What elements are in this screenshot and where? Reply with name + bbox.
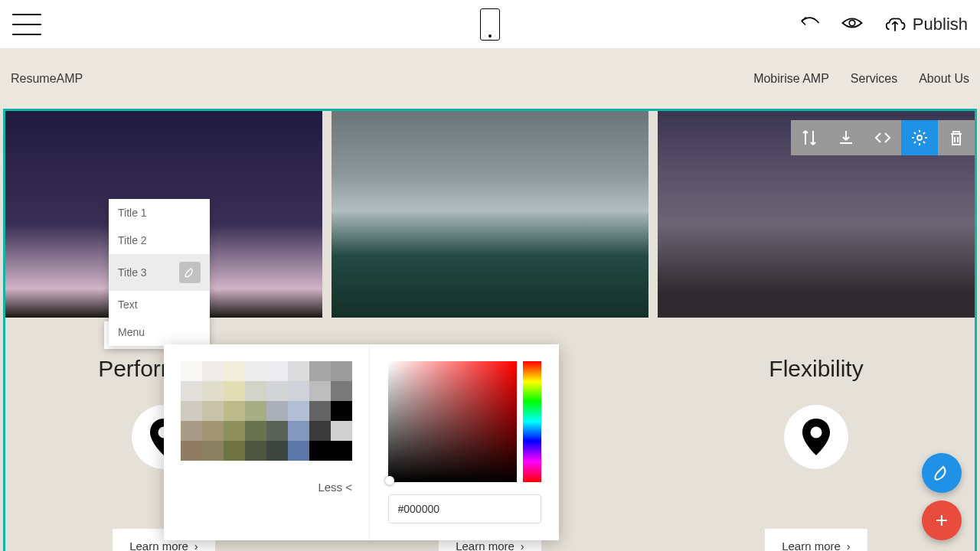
text-style-label: Title 1 (118, 207, 147, 219)
color-swatch[interactable] (202, 441, 224, 461)
add-block-fab[interactable]: + (922, 500, 962, 540)
color-swatch-grid (181, 361, 352, 461)
color-swatch[interactable] (245, 401, 266, 421)
color-swatch[interactable] (181, 421, 202, 441)
color-swatch[interactable] (331, 401, 352, 421)
color-swatch[interactable] (224, 401, 245, 421)
text-style-option[interactable]: Title 3 (109, 254, 210, 291)
color-swatch[interactable] (309, 421, 331, 441)
color-swatch[interactable] (288, 361, 309, 381)
hue-slider[interactable] (523, 361, 541, 482)
hex-input[interactable] (388, 494, 541, 523)
nav-links: Mobirise AMP Services About Us (753, 72, 969, 86)
site-navbar: ResumeAMP Mobirise AMP Services About Us (0, 49, 980, 109)
color-swatch[interactable] (331, 381, 352, 401)
svg-point-0 (849, 20, 855, 26)
text-style-menu: Title 1 Title 2 Title 3 Text Menu (109, 199, 210, 346)
learn-more-label: Learn more (129, 540, 188, 551)
topbar-actions: Publish (798, 11, 968, 37)
learn-more-button[interactable]: Learn more › (765, 529, 867, 551)
block-move-icon[interactable] (791, 120, 828, 155)
color-swatch[interactable] (266, 421, 288, 441)
color-swatch[interactable] (288, 381, 309, 401)
color-swatch[interactable] (245, 361, 266, 381)
color-swatch[interactable] (181, 361, 202, 381)
saturation-value-area[interactable] (388, 361, 517, 482)
color-swatch[interactable] (266, 381, 288, 401)
color-swatch[interactable] (266, 441, 288, 461)
sv-handle[interactable] (385, 476, 394, 485)
map-pin-icon (801, 419, 831, 455)
publish-button[interactable]: Publish (884, 13, 968, 36)
nav-link[interactable]: About Us (919, 72, 969, 86)
learn-more-label: Learn more (456, 540, 514, 551)
color-swatch[interactable] (202, 421, 224, 441)
text-style-label: Title 2 (118, 234, 147, 246)
color-swatch[interactable] (288, 441, 309, 461)
block-code-icon[interactable] (864, 120, 901, 155)
brush-icon[interactable] (179, 262, 201, 283)
color-swatch[interactable] (331, 361, 352, 381)
block-download-icon[interactable] (828, 120, 864, 155)
color-swatch[interactable] (288, 401, 309, 421)
learn-more-label: Learn more (782, 540, 841, 551)
color-swatch[interactable] (288, 421, 309, 441)
text-style-option[interactable]: Title 2 (109, 227, 210, 254)
svg-point-1 (917, 135, 922, 140)
color-swatch[interactable] (181, 381, 202, 401)
color-swatch[interactable] (266, 361, 288, 381)
color-picker-panel: Less < (164, 344, 559, 540)
color-swatch[interactable] (266, 401, 288, 421)
color-swatch[interactable] (224, 421, 245, 441)
color-picker-main (388, 361, 541, 482)
color-swatch[interactable] (245, 381, 266, 401)
color-swatch[interactable] (224, 441, 245, 461)
text-style-option[interactable]: Text (109, 291, 210, 318)
less-toggle[interactable]: Less < (181, 481, 352, 494)
color-swatch[interactable] (202, 361, 224, 381)
chevron-right-icon: › (194, 540, 198, 551)
nav-link[interactable]: Services (851, 72, 897, 86)
color-swatch[interactable] (224, 361, 245, 381)
color-swatch[interactable] (202, 401, 224, 421)
color-swatch[interactable] (181, 401, 202, 421)
color-swatch-grid-wrap: Less < (164, 344, 369, 540)
preview-eye-icon[interactable] (841, 11, 864, 37)
color-swatch[interactable] (331, 421, 352, 441)
style-fab[interactable] (922, 453, 962, 493)
nav-link[interactable]: Mobirise AMP (753, 72, 829, 86)
block-toolbar (791, 120, 975, 155)
app-topbar: Publish (0, 0, 980, 49)
color-picker-side (369, 344, 559, 540)
color-swatch[interactable] (309, 401, 331, 421)
card-image[interactable] (332, 111, 648, 318)
color-swatch[interactable] (309, 381, 331, 401)
color-swatch[interactable] (331, 441, 352, 461)
undo-icon[interactable] (798, 11, 821, 37)
mobile-preview-icon[interactable] (480, 8, 500, 41)
text-style-option[interactable]: Title 1 (109, 199, 210, 227)
card-title[interactable]: Flexibility (769, 356, 863, 382)
chevron-right-icon: › (847, 540, 851, 551)
text-style-label: Title 3 (118, 266, 147, 279)
block-settings-icon[interactable] (901, 120, 938, 155)
text-style-label: Text (118, 298, 138, 311)
card-icon-circle[interactable] (784, 405, 848, 469)
text-style-label: Menu (118, 326, 145, 338)
menu-hamburger-icon[interactable] (12, 14, 41, 35)
color-swatch[interactable] (245, 441, 266, 461)
color-swatch[interactable] (245, 421, 266, 441)
chevron-right-icon: › (521, 540, 524, 551)
color-swatch[interactable] (309, 361, 331, 381)
color-swatch[interactable] (181, 441, 202, 461)
publish-label: Publish (913, 15, 968, 34)
color-swatch[interactable] (309, 441, 331, 461)
color-swatch[interactable] (202, 381, 224, 401)
block-delete-icon[interactable] (938, 120, 975, 155)
text-style-option[interactable]: Menu (109, 318, 210, 346)
brand-label[interactable]: ResumeAMP (11, 72, 83, 86)
color-swatch[interactable] (224, 381, 245, 401)
